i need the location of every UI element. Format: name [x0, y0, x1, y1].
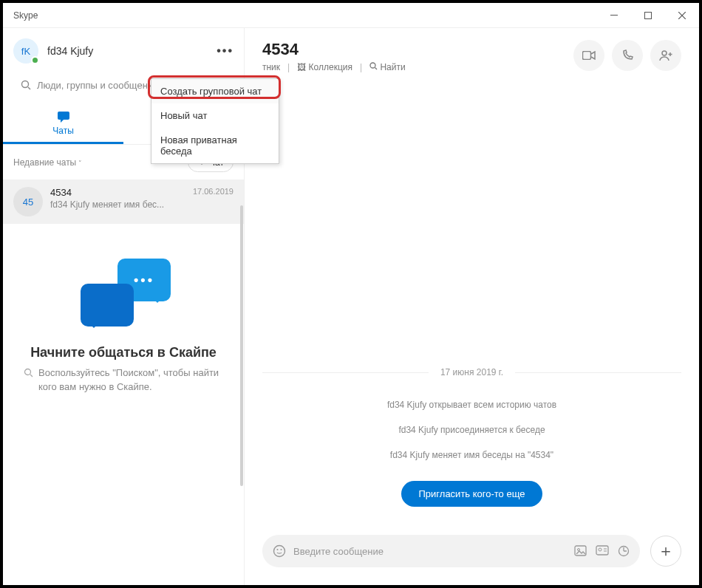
system-message: fd34 Kjufy меняет имя беседы на "4534"	[262, 450, 681, 460]
schedule-icon[interactable]	[618, 545, 630, 557]
svg-rect-4	[58, 112, 69, 120]
svg-line-6	[30, 375, 33, 377]
conversation-title[interactable]: 4534	[262, 40, 406, 59]
invite-button[interactable]: Пригласить кого-то еще	[401, 481, 543, 507]
window-controls	[597, 3, 699, 28]
search-icon	[24, 368, 34, 394]
tab-chats[interactable]: Чаты	[3, 105, 123, 144]
system-message: fd34 Kjufy открывает всем историю чатов	[262, 400, 681, 410]
svg-point-5	[25, 369, 31, 375]
menu-private-chat[interactable]: Новая приватная беседа	[151, 128, 279, 163]
empty-title: Начните общаться в Скайпе	[24, 345, 223, 360]
add-button[interactable]: ＋	[650, 536, 681, 567]
scrollbar[interactable]	[240, 205, 243, 486]
svg-point-2	[22, 81, 29, 88]
svg-point-7	[370, 63, 375, 68]
chat-preview: fd34 Kjufy меняет имя бес...	[50, 199, 234, 210]
audio-call-button[interactable]	[612, 40, 643, 71]
recent-chats-label[interactable]: Недавние чаты	[13, 157, 82, 168]
chat-bubbles-illustration: •••	[24, 246, 223, 335]
add-people-button[interactable]	[650, 40, 681, 71]
svg-rect-9	[583, 52, 591, 60]
svg-rect-0	[610, 15, 618, 16]
find-link[interactable]: Найти	[369, 62, 406, 72]
search-icon	[21, 80, 31, 90]
svg-point-12	[277, 549, 279, 550]
message-input[interactable]: Введите сообщение	[262, 535, 640, 567]
chat-date: 17.06.2019	[193, 187, 234, 198]
close-button[interactable]	[665, 3, 699, 28]
chat-avatar: 45	[13, 187, 43, 216]
empty-state: ••• Начните общаться в Скайпе Воспользуй…	[3, 224, 244, 417]
titlebar: Skype	[3, 3, 699, 28]
svg-line-3	[28, 87, 30, 89]
svg-point-13	[281, 549, 282, 550]
presence-dot	[31, 56, 39, 64]
window-title: Skype	[13, 10, 38, 21]
contact-card-icon[interactable]	[596, 545, 609, 557]
svg-point-10	[662, 51, 667, 55]
chat-item[interactable]: 45 453417.06.2019 fd34 Kjufy меняет имя …	[3, 180, 244, 224]
system-message: fd34 Kjufy присоединяется к беседе	[262, 425, 681, 435]
chat-name: 4534	[50, 187, 72, 198]
chat-icon	[56, 109, 71, 124]
context-menu: Создать групповой чат Новый чат Новая пр…	[151, 78, 279, 164]
minimize-button[interactable]	[597, 3, 631, 28]
maximize-button[interactable]	[631, 3, 665, 28]
date-separator: 17 июня 2019 г.	[262, 367, 681, 377]
emoji-icon[interactable]	[273, 544, 286, 558]
svg-point-11	[274, 546, 285, 557]
menu-new-chat[interactable]: Новый чат	[151, 103, 279, 128]
svg-rect-16	[596, 546, 608, 555]
avatar[interactable]: fK	[13, 38, 38, 64]
more-icon[interactable]: •••	[217, 44, 234, 58]
conversation-pane: 4534 тник| 🖼 Коллекция| Найти 17 июня 20…	[245, 28, 699, 585]
svg-rect-1	[645, 12, 652, 18]
video-call-button[interactable]	[573, 40, 604, 71]
svg-line-8	[375, 68, 378, 70]
file-icon[interactable]	[574, 545, 587, 557]
collection-link[interactable]: 🖼 Коллекция	[297, 62, 352, 72]
profile-name[interactable]: fd34 Kjufy	[47, 45, 217, 57]
svg-point-17	[599, 548, 602, 551]
menu-group-chat[interactable]: Создать групповой чат	[151, 79, 279, 103]
conversation-meta: тник| 🖼 Коллекция| Найти	[262, 62, 406, 72]
svg-point-15	[578, 549, 580, 551]
